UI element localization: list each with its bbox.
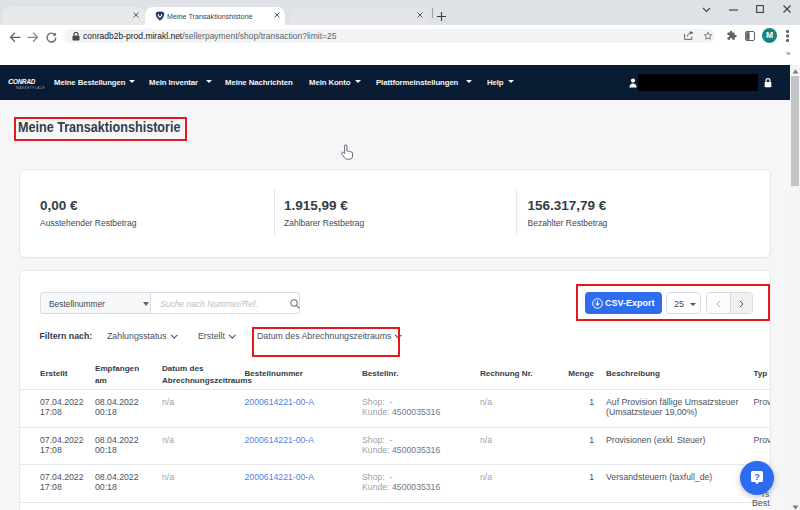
svg-text:?: ? [754,472,760,482]
